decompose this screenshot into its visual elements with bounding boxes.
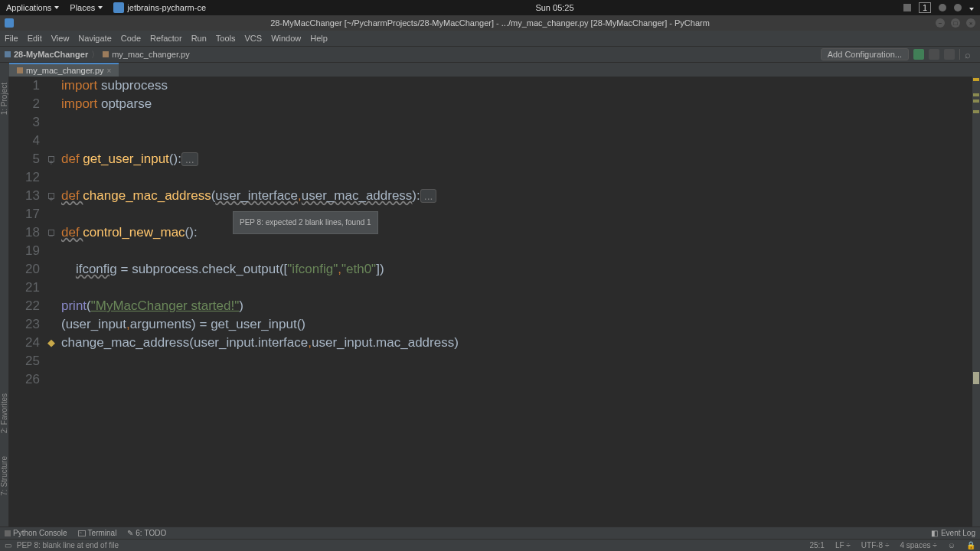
stripe-weak-warning[interactable]: [973, 110, 979, 113]
os-top-panel: Applications Places jetbrains-pycharm-ce…: [0, 0, 980, 15]
python-file-icon: [103, 51, 109, 57]
breadcrumb-project[interactable]: 28-MyMacChanger: [14, 50, 88, 59]
navigation-bar: 28-MyMacChanger 〉 my_mac_changer.py Add …: [0, 46, 980, 63]
pycharm-icon: [5, 18, 14, 28]
menu-window[interactable]: Window: [271, 34, 301, 43]
event-log-icon: ◧: [931, 529, 938, 537]
close-button[interactable]: ×: [966, 18, 975, 28]
code-editor[interactable]: 1 2 3 4 5 12 13 17 18 19 20 21 22 23 24 …: [9, 77, 980, 527]
chevron-down-icon: [54, 6, 59, 9]
stripe-scroll-thumb[interactable]: [973, 372, 979, 384]
menu-vcs[interactable]: VCS: [245, 34, 263, 43]
close-tab-button[interactable]: ×: [107, 67, 112, 75]
main-menu-bar: File Edit View Navigate Code Refactor Ru…: [0, 31, 980, 46]
code-content[interactable]: import subprocess import optparse def ge…: [58, 77, 972, 527]
inspection-tooltip: PEP 8: expected 2 blank lines, found 1: [233, 211, 378, 234]
editor-tabs: my_mac_changer.py ×: [0, 63, 980, 77]
fold-toggle[interactable]: [48, 230, 54, 236]
tool-window-python-console[interactable]: Python Console: [5, 529, 67, 537]
breadcrumb-file[interactable]: my_mac_changer.py: [112, 50, 190, 59]
tool-window-project[interactable]: 1: Project: [0, 83, 8, 115]
tray-icon[interactable]: [903, 4, 911, 11]
pycharm-icon: [113, 2, 124, 13]
editor-tab-label: my_mac_changer.py: [26, 66, 104, 75]
tray-icon[interactable]: [939, 4, 946, 11]
terminal-icon: [78, 530, 86, 536]
tray-icon[interactable]: [969, 3, 974, 12]
status-encoding[interactable]: UTF-8 ÷: [861, 541, 890, 549]
fold-toggle[interactable]: [48, 193, 54, 199]
menu-tools[interactable]: Tools: [216, 34, 236, 43]
status-bar: ▭ PEP 8: blank line at end of file 25:1 …: [0, 539, 980, 551]
left-tool-strip: 1: Project 2: Favorites 7: Structure: [0, 77, 9, 527]
workspace-indicator[interactable]: 1: [919, 2, 931, 13]
fold-toggle[interactable]: [48, 156, 54, 162]
maximize-button[interactable]: □: [951, 18, 960, 28]
chevron-down-icon: [98, 6, 103, 9]
os-taskbar-app[interactable]: jetbrains-pycharm-ce: [113, 2, 206, 13]
console-icon: [5, 530, 11, 536]
folder-icon: [5, 51, 11, 57]
main-area: 1: Project 2: Favorites 7: Structure 1 2…: [0, 77, 980, 527]
error-stripe[interactable]: [972, 77, 980, 527]
os-applications-menu[interactable]: Applications: [6, 3, 59, 12]
menu-help[interactable]: Help: [310, 34, 328, 43]
status-line-separator[interactable]: LF ÷: [835, 541, 851, 549]
os-places-menu[interactable]: Places: [70, 3, 103, 12]
window-title-bar: 28-MyMacChanger [~/PycharmProjects/28-My…: [0, 15, 980, 31]
status-cursor-position: 25:1: [809, 541, 824, 549]
menu-refactor[interactable]: Refactor: [150, 34, 182, 43]
run-button[interactable]: [913, 49, 924, 60]
editor-tab-active[interactable]: my_mac_changer.py ×: [9, 63, 119, 77]
fold-gutter: ◆: [44, 77, 58, 527]
menu-view[interactable]: View: [51, 34, 70, 43]
separator: [959, 49, 960, 60]
stripe-weak-warning[interactable]: [973, 99, 979, 103]
status-hide-button[interactable]: ▭: [5, 541, 11, 549]
tool-window-event-log[interactable]: ◧Event Log: [931, 529, 975, 537]
window-title: 28-MyMacChanger [~/PycharmProjects/28-My…: [0, 18, 980, 28]
add-configuration-button[interactable]: Add Configuration...: [821, 48, 909, 60]
status-message: ▭ PEP 8: blank line at end of file: [5, 541, 119, 549]
chevron-down-icon: [969, 8, 974, 11]
menu-run[interactable]: Run: [191, 34, 207, 43]
bottom-tool-bar: Python Console Terminal ✎ 6:TODO ◧Event …: [0, 527, 980, 539]
intention-bulb-icon[interactable]: ◆: [47, 334, 55, 352]
tool-window-structure[interactable]: 7: Structure: [0, 456, 8, 496]
line-number-gutter: 1 2 3 4 5 12 13 17 18 19 20 21 22 23 24 …: [9, 77, 44, 527]
tool-window-favorites[interactable]: 2: Favorites: [0, 393, 8, 433]
menu-navigate[interactable]: Navigate: [78, 34, 111, 43]
menu-file[interactable]: File: [5, 34, 18, 43]
search-everywhere-button[interactable]: ⌕: [965, 49, 975, 60]
tool-window-todo[interactable]: ✎ 6:TODO: [127, 529, 166, 537]
status-inspections-icon[interactable]: ☺: [948, 541, 956, 549]
tool-window-terminal[interactable]: Terminal: [78, 529, 117, 537]
os-clock: Sun 05:25: [206, 3, 903, 12]
tray-icon[interactable]: [954, 4, 962, 11]
python-file-icon: [17, 67, 23, 73]
minimize-button[interactable]: −: [936, 18, 945, 28]
menu-code[interactable]: Code: [121, 34, 141, 43]
menu-edit[interactable]: Edit: [28, 34, 42, 43]
breadcrumb: 28-MyMacChanger 〉 my_mac_changer.py: [5, 49, 190, 60]
status-indent[interactable]: 4 spaces ÷: [900, 541, 936, 549]
lock-icon[interactable]: [966, 541, 975, 549]
todo-icon: ✎ 6:: [127, 529, 142, 537]
stop-button[interactable]: [944, 49, 955, 60]
os-tray: 1: [903, 2, 974, 13]
debug-button[interactable]: [929, 49, 939, 60]
stripe-weak-warning[interactable]: [973, 93, 979, 96]
stripe-warning-icon[interactable]: [973, 78, 979, 81]
